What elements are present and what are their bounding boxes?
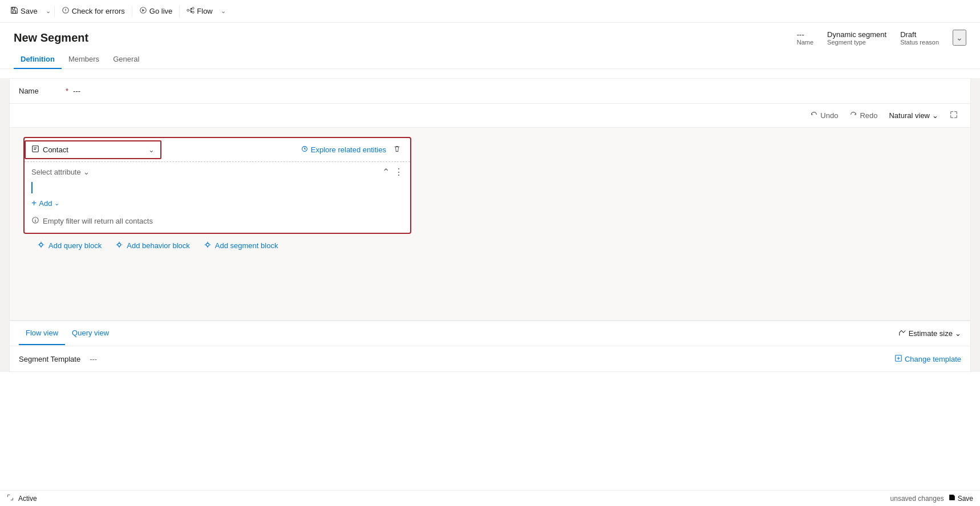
form-section: Name * --- Undo Redo bbox=[9, 78, 971, 321]
contact-select-dropdown[interactable]: Contact ⌄ bbox=[25, 140, 161, 159]
save-icon bbox=[10, 6, 18, 16]
view-tabs: Flow view Query view bbox=[19, 322, 116, 345]
meta-segment-type: Dynamic segment Segment type bbox=[827, 30, 886, 46]
view-selector-button[interactable]: Natural view ⌄ bbox=[885, 109, 942, 122]
change-template-button[interactable]: Change template bbox=[894, 354, 961, 364]
add-segment-label: Add segment block bbox=[215, 241, 278, 250]
tab-general-label: General bbox=[113, 55, 139, 63]
query-view-label: Query view bbox=[72, 329, 109, 337]
name-form-row: Name * --- bbox=[10, 79, 970, 104]
tab-general[interactable]: General bbox=[106, 50, 146, 69]
collapse-button[interactable]: ⌃ bbox=[382, 167, 390, 177]
template-label-area: Segment Template --- bbox=[19, 355, 97, 363]
add-query-icon bbox=[37, 241, 45, 250]
toolbar: Save ⌄ Check for errors Go live Flow ⌄ bbox=[0, 0, 980, 23]
add-icon: + bbox=[31, 198, 37, 208]
meta-segment-type-label: Segment type bbox=[827, 39, 866, 46]
contact-value: Contact bbox=[43, 145, 68, 154]
attribute-select-label: Select attribute bbox=[31, 168, 81, 176]
separator-1 bbox=[54, 6, 55, 17]
meta-segment-type-value: Dynamic segment bbox=[827, 30, 886, 39]
meta-name-value: --- bbox=[797, 30, 804, 39]
segment-template-row: Segment Template --- Change template bbox=[10, 346, 970, 371]
name-field-value: --- bbox=[73, 87, 80, 95]
add-segment-block-button[interactable]: Add segment block bbox=[204, 241, 278, 250]
contact-actions: Explore related entities bbox=[294, 138, 410, 161]
more-options-button[interactable]: ⋮ bbox=[394, 167, 403, 177]
contact-entity-icon bbox=[31, 145, 39, 155]
tab-members-label: Members bbox=[68, 55, 99, 63]
estimate-label: Estimate size bbox=[909, 329, 953, 338]
save-button[interactable]: Save bbox=[5, 0, 43, 23]
info-icon bbox=[31, 216, 39, 226]
change-template-icon bbox=[894, 354, 902, 364]
attribute-chevron: ⌄ bbox=[83, 168, 90, 176]
undo-button[interactable]: Undo bbox=[807, 108, 841, 123]
undo-icon bbox=[810, 111, 818, 120]
check-errors-button[interactable]: Check for errors bbox=[56, 0, 131, 23]
empty-filter-notice: Empty filter will return all contacts bbox=[25, 213, 410, 233]
meta-status-reason: Draft Status reason bbox=[900, 30, 939, 46]
redo-button[interactable]: Redo bbox=[846, 108, 881, 123]
tab-definition-label: Definition bbox=[21, 55, 55, 63]
bottom-section: Flow view Query view Estimate size ⌄ Seg… bbox=[9, 321, 971, 372]
undo-label: Undo bbox=[820, 111, 838, 120]
contact-block: Contact ⌄ Explore related entities bbox=[23, 137, 411, 234]
separator-3 bbox=[179, 6, 180, 17]
segment-template-value: --- bbox=[90, 355, 97, 363]
save-dropdown-chevron[interactable]: ⌄ bbox=[43, 7, 53, 15]
flow-view-tab[interactable]: Flow view bbox=[19, 322, 65, 345]
main-content: Name * --- Undo Redo bbox=[0, 78, 980, 372]
separator-2 bbox=[132, 6, 132, 17]
flow-label: Flow bbox=[197, 7, 212, 15]
query-view-tab[interactable]: Query view bbox=[65, 322, 116, 345]
svg-point-4 bbox=[187, 9, 189, 11]
svg-rect-1 bbox=[13, 7, 15, 10]
svg-point-6 bbox=[192, 11, 195, 14]
add-query-block-button[interactable]: Add query block bbox=[37, 241, 102, 250]
add-behavior-label: Add behavior block bbox=[127, 241, 190, 250]
flow-dropdown-chevron[interactable]: ⌄ bbox=[218, 7, 228, 15]
canvas-area: Undo Redo Natural view ⌄ bbox=[10, 104, 970, 321]
add-chevron: ⌄ bbox=[54, 200, 59, 207]
block-actions-row: Add query block Add behavior block Add s… bbox=[23, 234, 957, 257]
view-tabs-row: Flow view Query view Estimate size ⌄ bbox=[10, 321, 970, 346]
check-errors-icon bbox=[62, 6, 70, 16]
add-label: Add bbox=[39, 199, 52, 208]
page-title: New Segment bbox=[14, 31, 88, 44]
svg-rect-7 bbox=[33, 146, 39, 152]
tab-members[interactable]: Members bbox=[62, 50, 106, 69]
svg-rect-0 bbox=[13, 11, 15, 13]
svg-point-5 bbox=[192, 7, 195, 10]
flow-button[interactable]: Flow bbox=[181, 0, 218, 23]
contact-block-header: Contact ⌄ Explore related entities bbox=[25, 138, 410, 161]
add-condition-button[interactable]: + Add ⌄ bbox=[25, 196, 66, 213]
delete-icon bbox=[393, 146, 401, 155]
expand-icon bbox=[950, 111, 958, 120]
page-header: New Segment --- Name Dynamic segment Seg… bbox=[0, 23, 980, 46]
go-live-button[interactable]: Go live bbox=[133, 0, 178, 23]
go-live-icon bbox=[139, 6, 147, 16]
flow-icon bbox=[187, 6, 195, 16]
attribute-actions: ⌃ ⋮ bbox=[382, 167, 403, 177]
flow-view-label: Flow view bbox=[26, 329, 58, 337]
add-behavior-icon bbox=[115, 241, 123, 250]
header-meta: --- Name Dynamic segment Segment type Dr… bbox=[797, 30, 966, 46]
estimate-icon bbox=[898, 329, 906, 338]
tab-definition[interactable]: Definition bbox=[14, 50, 62, 69]
view-selector-chevron: ⌄ bbox=[932, 111, 938, 120]
attribute-row: Select attribute ⌄ ⌃ ⋮ bbox=[25, 161, 410, 182]
meta-status-reason-value: Draft bbox=[900, 30, 916, 39]
estimate-size-button[interactable]: Estimate size ⌄ bbox=[898, 329, 961, 338]
view-selector-label: Natural view bbox=[889, 111, 930, 120]
name-required-indicator: * bbox=[66, 87, 68, 95]
attribute-select[interactable]: Select attribute ⌄ bbox=[31, 168, 90, 176]
delete-block-button[interactable] bbox=[391, 143, 403, 157]
explore-related-button[interactable]: Explore related entities bbox=[301, 145, 386, 155]
name-field-label: Name bbox=[19, 87, 64, 95]
add-segment-icon bbox=[204, 241, 212, 250]
header-collapse-button[interactable]: ⌄ bbox=[953, 30, 966, 46]
add-behavior-block-button[interactable]: Add behavior block bbox=[115, 241, 190, 250]
explore-label: Explore related entities bbox=[311, 145, 386, 154]
expand-button[interactable] bbox=[946, 108, 961, 123]
